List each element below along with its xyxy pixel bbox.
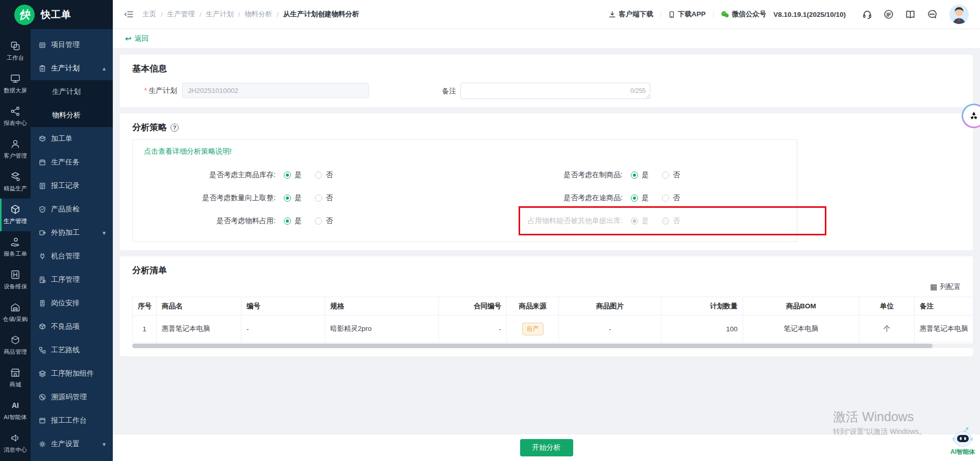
radio-no-disabled xyxy=(662,217,669,225)
help-icon[interactable]: ? xyxy=(170,124,179,132)
radio-no[interactable] xyxy=(315,172,322,179)
sidebar-item-message-center[interactable]: 消息中心 xyxy=(0,427,31,460)
wechat-official-link[interactable]: 微信公众号 xyxy=(721,10,767,19)
radio-yes-selected[interactable] xyxy=(284,172,291,179)
menu-item-project-management[interactable]: 项目管理 xyxy=(31,33,113,57)
radio-no[interactable] xyxy=(315,217,322,225)
store-icon xyxy=(10,368,20,378)
chevron-down-icon: ▼ xyxy=(102,230,107,236)
project-icon xyxy=(39,41,46,48)
table-row[interactable]: 1 惠普笔记本电脑 - 暗影精灵2pro - 自产 - 100 笔记本电脑 个 … xyxy=(133,316,975,343)
docs-button[interactable] xyxy=(905,9,916,19)
radio-no[interactable] xyxy=(662,195,669,202)
cube-icon xyxy=(10,204,20,214)
menu-item-production-plan-group[interactable]: 生产计划 ▲ xyxy=(31,57,113,80)
menu-item-process-management[interactable]: 工序管理 xyxy=(31,268,113,292)
scrollbar-thumb[interactable] xyxy=(132,344,933,348)
column-config-button[interactable]: ▦ 列配置 xyxy=(930,282,961,292)
plan-field-label: *生产计划 xyxy=(132,83,177,98)
menu-item-product-quality[interactable]: 产品质检 xyxy=(31,198,113,221)
breadcrumb-material-analysis[interactable]: 物料分析 xyxy=(244,10,272,19)
sidebar-item-warehouse-purchase[interactable]: 仓储/采购 xyxy=(0,297,31,329)
menu-item-post-arrangement[interactable]: 岗位安排 xyxy=(31,292,113,315)
back-button[interactable]: ↩ 返回 xyxy=(125,34,149,43)
tablet-icon xyxy=(39,417,46,424)
col-product-name: 商品名 xyxy=(157,297,241,316)
menu-item-processing-order[interactable]: 加工单 xyxy=(31,127,113,151)
sidebar-item-data-screen[interactable]: 数据大屏 xyxy=(0,68,31,101)
sidebar-item-production-management[interactable]: 生产管理 xyxy=(0,199,31,231)
menu-item-production-settings[interactable]: 生产设置 ▼ xyxy=(31,432,113,456)
col-planned-qty: 计划数量 xyxy=(662,297,743,316)
production-plan-input[interactable]: JH20251010002 xyxy=(182,83,369,98)
breadcrumb-production-plan[interactable]: 生产计划 xyxy=(206,10,234,19)
sidebar-item-label: AI智能体 xyxy=(4,413,27,421)
cell-product-bom: 笔记本电脑 xyxy=(743,316,860,343)
option-label: 是否考虑主商品库存: xyxy=(133,171,276,180)
option-label: 占用物料能否被其他单据出库: xyxy=(459,216,623,226)
menu-item-work-report-record[interactable]: 报工记录 xyxy=(31,174,113,198)
menu-item-process-addons[interactable]: 工序附加组件 xyxy=(31,362,113,385)
menu-item-trace-code[interactable]: 溯源码管理 xyxy=(31,385,113,409)
sidebar-item-workbench[interactable]: 工作台 xyxy=(0,35,31,68)
radio-no[interactable] xyxy=(315,195,322,202)
col-product-image: 商品图片 xyxy=(559,297,662,316)
sidebar-item-ai-agent[interactable]: AI AI智能体 xyxy=(0,395,31,427)
app-download-link[interactable]: 下载APP xyxy=(668,10,706,19)
menu-item-label: 不良品项 xyxy=(51,322,80,331)
char-counter: 0/255 xyxy=(630,87,650,94)
menu-item-process-route[interactable]: 工艺路线 xyxy=(31,338,113,362)
client-download-link[interactable]: 客户端下载 xyxy=(608,10,653,19)
cell-product-image: - xyxy=(559,316,662,343)
start-analysis-button[interactable]: 开始分析 xyxy=(520,439,573,456)
menu-item-outsourcing[interactable]: 外协加工 ▼ xyxy=(31,221,113,245)
cell-index: 1 xyxy=(133,316,157,343)
app-logo-icon: 快 xyxy=(14,5,35,25)
user-avatar[interactable] xyxy=(949,5,969,24)
sidebar-item-equipment-maintenance[interactable]: 设备维保 xyxy=(0,264,31,297)
feedback-button[interactable] xyxy=(884,9,894,19)
remark-field-label: 备注 xyxy=(426,83,456,99)
sidebar-item-report-center[interactable]: 报表中心 xyxy=(0,101,31,133)
divider xyxy=(660,11,661,18)
horizontal-scrollbar[interactable] xyxy=(132,344,974,348)
analysis-list-title: 分析清单 xyxy=(132,264,961,276)
radio-yes-selected[interactable] xyxy=(284,195,291,202)
menu-item-defective-items[interactable]: 不良品项 xyxy=(31,315,113,338)
download-icon xyxy=(608,11,616,18)
breadcrumb-home[interactable]: 主页 xyxy=(142,10,156,19)
radio-no[interactable] xyxy=(662,172,669,179)
radio-yes-selected[interactable] xyxy=(631,195,638,202)
menu-item-material-analysis[interactable]: 物料分析 xyxy=(31,104,113,127)
sidebar-item-lean-production[interactable]: 精益生产 xyxy=(0,166,31,199)
sidebar-item-label: 仓储/采购 xyxy=(3,315,28,323)
sidebar-item-service-order[interactable]: 服务工单 xyxy=(0,231,31,264)
menu-item-production-plan[interactable]: 生产计划 xyxy=(31,80,113,104)
remark-textarea[interactable]: 0/255 xyxy=(460,83,650,99)
ai-assistant-widget[interactable]: AI智能体 xyxy=(950,427,975,456)
phone-icon xyxy=(668,11,675,18)
app-title: 快工单 xyxy=(41,8,71,21)
radio-yes-selected[interactable] xyxy=(284,217,291,225)
menu-item-report-workbench[interactable]: 报工工作台 xyxy=(31,409,113,432)
sidebar-item-mall[interactable]: 商城 xyxy=(0,362,31,395)
menu-item-label: 工序管理 xyxy=(51,275,80,284)
client-download-label: 客户端下载 xyxy=(619,10,653,19)
breadcrumb-production-management[interactable]: 生产管理 xyxy=(167,10,195,19)
strategy-detail-link[interactable]: 点击查看详细分析策略说明! xyxy=(133,147,797,156)
sidebar-collapse-button[interactable] xyxy=(124,10,133,18)
box-icon xyxy=(39,135,46,142)
shield-check-icon xyxy=(39,206,46,213)
workbench-icon xyxy=(10,41,20,51)
plug-icon xyxy=(39,253,46,260)
messages-button[interactable] xyxy=(927,9,937,19)
sidebar-item-label: 数据大屏 xyxy=(4,86,27,94)
sidebar-item-goods-management[interactable]: 商品管理 xyxy=(0,329,31,362)
menu-item-production-task[interactable]: 生产任务 xyxy=(31,151,113,174)
column-config-label: 列配置 xyxy=(940,282,961,292)
menu-item-machine-management[interactable]: 机台管理 xyxy=(31,245,113,268)
col-unit: 单位 xyxy=(860,297,915,316)
sidebar-item-customer[interactable]: 客户管理 xyxy=(0,133,31,166)
radio-yes-selected[interactable] xyxy=(631,172,638,179)
support-headset-button[interactable] xyxy=(862,9,872,19)
